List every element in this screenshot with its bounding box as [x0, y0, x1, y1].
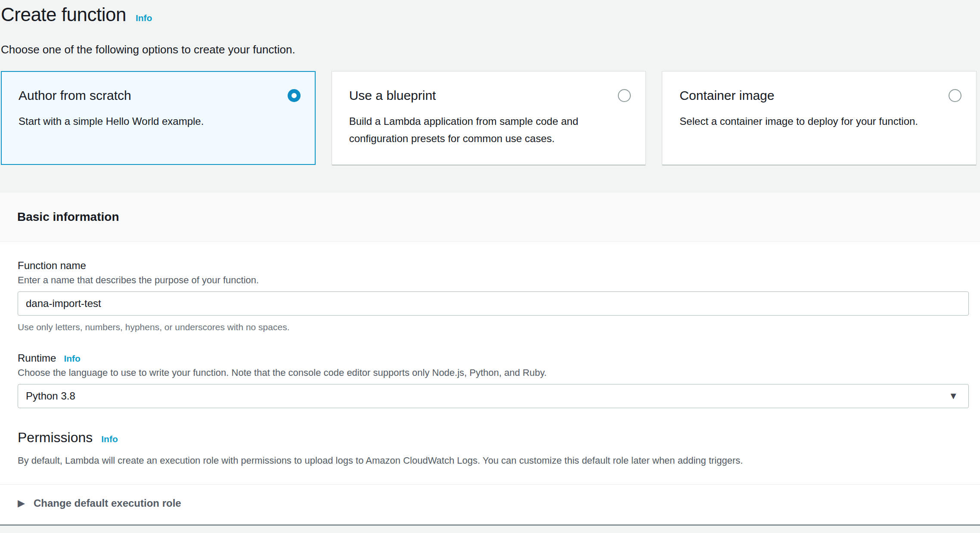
- function-name-input[interactable]: [18, 291, 969, 316]
- permissions-description: By default, Lambda will create an execut…: [18, 455, 969, 467]
- title-info-link[interactable]: Info: [136, 13, 152, 23]
- page-title: Create function: [1, 3, 126, 27]
- tile-author-from-scratch[interactable]: Author from scratch Start with a simple …: [1, 71, 316, 165]
- expander-label: Change default execution role: [34, 497, 181, 510]
- tile-top-row: Author from scratch: [19, 87, 301, 104]
- bottom-gap: [0, 526, 980, 529]
- tile-description: Start with a simple Hello World example.: [19, 113, 301, 130]
- chevron-down-icon: ▼: [949, 391, 958, 401]
- function-name-hint: Use only letters, numbers, hyphens, or u…: [18, 322, 969, 333]
- basic-information-header: Basic information: [0, 192, 980, 242]
- runtime-label-row: Runtime Info: [18, 352, 969, 365]
- tile-title: Author from scratch: [19, 87, 131, 104]
- permissions-info-link[interactable]: Info: [101, 434, 118, 444]
- runtime-select[interactable]: Python 3.8 ▼: [18, 384, 969, 408]
- caret-right-icon: ▶: [18, 499, 25, 508]
- tile-description: Select a container image to deploy for y…: [679, 113, 961, 130]
- basic-information-heading: Basic information: [17, 209, 963, 225]
- tile-use-a-blueprint[interactable]: Use a blueprint Build a Lambda applicati…: [332, 71, 646, 165]
- creation-option-tiles: Author from scratch Start with a simple …: [1, 71, 977, 165]
- tile-title: Use a blueprint: [349, 87, 436, 104]
- runtime-label: Runtime: [18, 352, 56, 365]
- function-name-field-group: Function name Enter a name that describe…: [18, 242, 969, 333]
- page-header: Create function Info Choose one of the f…: [0, 0, 980, 57]
- permissions-heading-row: Permissions Info: [18, 408, 969, 446]
- tile-top-row: Container image: [679, 87, 961, 104]
- function-name-description: Enter a name that describes the purpose …: [18, 274, 969, 286]
- basic-information-inner: Function name Enter a name that describe…: [0, 242, 980, 467]
- permissions-heading: Permissions: [18, 429, 93, 446]
- tile-description: Build a Lambda application from sample c…: [349, 113, 631, 147]
- runtime-selected-value: Python 3.8: [26, 390, 75, 402]
- title-row: Create function Info: [1, 3, 977, 27]
- runtime-info-link[interactable]: Info: [64, 353, 80, 364]
- runtime-field-group: Runtime Info Choose the language to use …: [18, 333, 969, 408]
- tile-top-row: Use a blueprint: [349, 87, 631, 104]
- radio-unselected-icon[interactable]: [618, 89, 631, 102]
- radio-unselected-icon[interactable]: [949, 89, 961, 102]
- page-subtitle: Choose one of the following options to c…: [1, 42, 977, 57]
- function-name-label: Function name: [18, 259, 969, 272]
- radio-selected-icon[interactable]: [288, 89, 301, 102]
- runtime-description: Choose the language to use to write your…: [18, 367, 969, 379]
- change-default-execution-role-expander[interactable]: ▶ Change default execution role: [0, 485, 980, 524]
- tile-container-image[interactable]: Container image Select a container image…: [662, 71, 977, 165]
- tile-title: Container image: [679, 87, 774, 104]
- basic-information-body: Function name Enter a name that describe…: [0, 242, 980, 529]
